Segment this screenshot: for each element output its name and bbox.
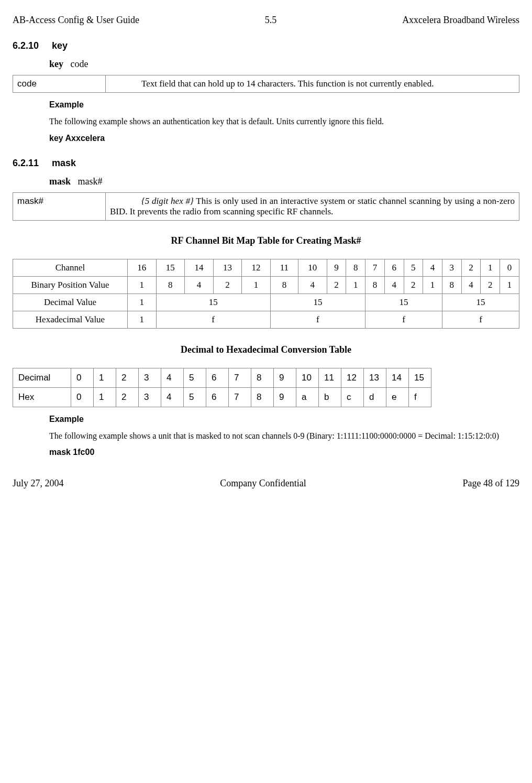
mask-param-name: mask# [13,192,106,220]
cell: b [319,387,341,407]
header-left: AB-Access Config & User Guide [13,15,139,26]
cell: 4 [423,259,442,276]
key-example-label: Example [49,100,519,110]
footer-right: Page 48 of 129 [463,478,519,489]
cell: 1 [346,276,365,293]
bitmap-row-label-hex: Hexadecimal Value [13,311,128,328]
cell: 4 [161,368,184,387]
cell: 2 [116,387,139,407]
cell: 5 [404,259,423,276]
cell: 12 [341,368,364,387]
cell: f [156,311,270,328]
cell: 13 [213,259,242,276]
cell: 2 [481,276,500,293]
table-row: Hexadecimal Value 1 f f f f [13,311,519,328]
cell: 1 [500,276,519,293]
key-param-table: code Text field that can hold up to 14 c… [13,75,519,93]
mask-example-cmd: mask 1fc00 [49,448,519,457]
cell: 1 [128,293,157,311]
cell: 0 [71,387,94,407]
footer-left: July 27, 2004 [13,478,64,489]
cell: 7 [229,368,251,387]
cell: 8 [442,276,461,293]
cell: e [386,387,409,407]
cell: f [409,387,431,407]
cell: 2 [116,368,139,387]
cell: 13 [364,368,386,387]
cell: 0 [71,368,94,387]
cell: 1 [128,311,157,328]
cell: 9 [274,368,296,387]
cell: 15 [409,368,431,387]
cell: 3 [442,259,461,276]
cell: d [364,387,386,407]
key-example-cmd: key Axxcelera [49,134,519,143]
cell: 15 [156,293,270,311]
section-mask-heading: 6.2.11 mask [13,158,519,169]
cell: 12 [242,259,271,276]
key-syntax-cmd: key [49,59,63,69]
section-key-num: 6.2.10 [13,40,39,51]
cell: 1 [481,259,500,276]
cell: 1 [94,387,116,407]
key-syntax-arg: code [71,59,88,69]
mask-syntax: mask mask# [49,176,519,187]
conv-row-label-dec: Decimal [13,368,71,387]
bitmap-table: Channel 16 15 14 13 12 11 10 9 8 7 6 5 4… [13,259,519,329]
cell: 4 [461,276,481,293]
cell: 3 [139,387,161,407]
table-row: Decimal Value 1 15 15 15 15 [13,293,519,311]
cell: 15 [270,293,365,311]
cell: 6 [206,368,229,387]
mask-param-table: mask# {5 digit hex #} This is only used … [13,192,519,221]
bitmap-row-label-binary: Binary Position Value [13,276,128,293]
table-row: code Text field that can hold up to 14 c… [13,75,519,93]
cell: f [270,311,365,328]
cell: 8 [346,259,365,276]
cell: f [365,311,442,328]
table-row: mask# {5 digit hex #} This is only used … [13,192,519,220]
header-right: Axxcelera Broadband Wireless [402,15,519,26]
footer-center: Company Confidential [220,478,306,489]
cell: 9 [327,259,346,276]
bitmap-row-label-decimal: Decimal Value [13,293,128,311]
cell: 4 [185,276,214,293]
cell: 8 [365,276,385,293]
cell: f [442,311,519,328]
cell: 2 [327,276,346,293]
mask-param-desc-cell: {5 digit hex #} This is only used in an … [106,192,519,220]
cell: 11 [270,259,298,276]
cell: 1 [94,368,116,387]
cell: 14 [386,368,409,387]
cell: 7 [365,259,385,276]
cell: 10 [298,259,327,276]
cell: 15 [365,293,442,311]
cell: 3 [139,368,161,387]
cell: 2 [461,259,481,276]
cell: 8 [251,387,274,407]
cell: 4 [161,387,184,407]
cell: 6 [206,387,229,407]
key-param-name: code [13,75,106,93]
cell: c [341,387,364,407]
cell: 15 [156,259,185,276]
cell: 1 [423,276,442,293]
table-row: Hex 0 1 2 3 4 5 6 7 8 9 a b c d e f [13,387,431,407]
cell: a [296,387,319,407]
cell: 8 [251,368,274,387]
bitmap-table-title: RF Channel Bit Map Table for Creating Ma… [13,235,519,246]
mask-example-label: Example [49,415,519,424]
cell: 6 [384,259,404,276]
key-syntax: key code [49,59,519,70]
conv-row-label-hex: Hex [13,387,71,407]
cell: 5 [184,387,206,407]
mask-param-italic: {5 digit hex #} [141,196,194,206]
bitmap-row-label-channel: Channel [13,259,128,276]
mask-example-text: The following example shows a unit that … [13,430,519,442]
section-key-title: key [52,40,68,51]
cell: 0 [500,259,519,276]
section-mask-title: mask [52,158,76,168]
section-key-heading: 6.2.10 key [13,40,519,51]
cell: 10 [296,368,319,387]
page-header: AB-Access Config & User Guide 5.5 Axxcel… [13,15,519,26]
